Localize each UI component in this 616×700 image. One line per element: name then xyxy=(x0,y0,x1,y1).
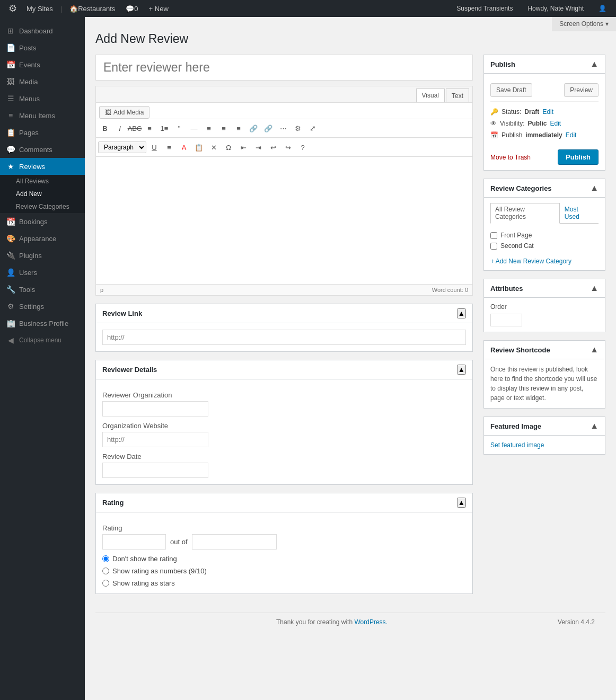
review-link-header[interactable]: Review Link ▲ xyxy=(96,304,472,323)
rating-option-stars[interactable]: Show rating as stars xyxy=(102,579,466,587)
rating-radio-stars[interactable] xyxy=(102,580,109,587)
post-title-input[interactable] xyxy=(95,55,473,81)
rating-toggle[interactable]: ▲ xyxy=(457,498,466,508)
submenu-review-categories[interactable]: Review Categories xyxy=(0,200,85,213)
review-shortcode-toggle[interactable]: ▲ xyxy=(590,345,599,355)
outdent-button[interactable]: ⇤ xyxy=(236,140,250,154)
justify-button[interactable]: ≡ xyxy=(162,140,176,154)
preview-button[interactable]: Preview xyxy=(564,83,599,97)
save-draft-button[interactable]: Save Draft xyxy=(490,83,532,97)
rating-option-dont-show[interactable]: Don't show the rating xyxy=(102,555,466,563)
date-input[interactable] xyxy=(102,463,208,478)
screen-options-button[interactable]: Screen Options ▾ xyxy=(552,17,616,31)
align-right-button[interactable]: ≡ xyxy=(232,121,245,135)
sidebar-item-pages[interactable]: 📋 Pages xyxy=(0,124,85,141)
sidebar-item-media[interactable]: 🖼 Media xyxy=(0,73,85,90)
visibility-edit-link[interactable]: Edit xyxy=(550,120,561,127)
submenu-add-new[interactable]: Add New xyxy=(0,188,85,200)
collapse-menu[interactable]: ◀ Collapse menu xyxy=(0,332,85,349)
website-input[interactable] xyxy=(102,432,208,447)
bold-button[interactable]: B xyxy=(98,121,112,135)
review-shortcode-header[interactable]: Review Shortcode ▲ xyxy=(484,341,605,359)
insert-more-button[interactable]: ⋯ xyxy=(276,121,290,135)
rating-radio-numbers[interactable] xyxy=(102,568,109,574)
clear-formatting-button[interactable]: ✕ xyxy=(207,140,221,154)
featured-image-toggle[interactable]: ▲ xyxy=(590,421,599,431)
featured-image-header[interactable]: Featured Image ▲ xyxy=(484,417,605,436)
toolbar-toggle-button[interactable]: ⚙ xyxy=(291,121,305,135)
review-link-toggle[interactable]: ▲ xyxy=(457,308,466,318)
sidebar-item-plugins[interactable]: 🔌 Plugins xyxy=(0,247,85,264)
rating-radio-dont-show[interactable] xyxy=(102,555,109,562)
rating-outof-input[interactable] xyxy=(192,534,277,550)
sidebar-item-bookings[interactable]: 📆 Bookings xyxy=(0,213,85,230)
sidebar-item-events[interactable]: 📅 Events xyxy=(0,56,85,73)
order-input[interactable]: 0 xyxy=(490,314,522,326)
attributes-header[interactable]: Attributes ▲ xyxy=(484,279,605,298)
tab-all-categories[interactable]: All Review Categories xyxy=(490,203,560,224)
rating-header[interactable]: Rating ▲ xyxy=(96,493,472,512)
text-color-button[interactable]: A xyxy=(177,140,191,154)
my-sites-menu[interactable]: My Sites xyxy=(22,0,57,17)
insert-link-button[interactable]: 🔗 xyxy=(247,121,260,135)
site-name-link[interactable]: 🏠 Restaurants xyxy=(65,0,119,17)
indent-button[interactable]: ⇥ xyxy=(251,140,265,154)
publish-button[interactable]: Publish xyxy=(558,149,599,165)
sidebar-item-users[interactable]: 👤 Users xyxy=(0,264,85,281)
rating-value-input[interactable] xyxy=(102,534,166,550)
add-new-category-link[interactable]: + Add New Review Category xyxy=(490,258,599,265)
move-to-trash-link[interactable]: Move to Trash xyxy=(490,154,531,161)
publish-header[interactable]: Publish ▲ xyxy=(484,55,605,74)
visual-tab[interactable]: Visual xyxy=(416,88,445,102)
suspend-transients-link[interactable]: Suspend Transients xyxy=(452,0,517,17)
wp-logo-icon[interactable]: ⚙ xyxy=(5,0,20,17)
category-checkbox-front-page[interactable] xyxy=(490,232,497,239)
ordered-list-button[interactable]: 1≡ xyxy=(157,121,171,135)
underline-button[interactable]: U xyxy=(147,140,161,154)
sidebar-item-comments[interactable]: 💬 Comments xyxy=(0,141,85,158)
sidebar-item-menus[interactable]: ☰ Menus xyxy=(0,90,85,107)
add-media-button[interactable]: 🖼 Add Media xyxy=(99,106,149,119)
review-link-input[interactable] xyxy=(102,330,466,345)
submenu-all-reviews[interactable]: All Reviews xyxy=(0,175,85,188)
align-center-button[interactable]: ≡ xyxy=(217,121,231,135)
redo-button[interactable]: ↪ xyxy=(281,140,295,154)
sidebar-item-posts[interactable]: 📄 Posts xyxy=(0,39,85,56)
publish-time-edit-link[interactable]: Edit xyxy=(566,131,577,139)
strikethrough-button[interactable]: ABC xyxy=(128,121,142,135)
status-edit-link[interactable]: Edit xyxy=(542,108,553,116)
new-content-menu[interactable]: + New xyxy=(145,0,173,17)
text-tab[interactable]: Text xyxy=(446,88,469,102)
org-input[interactable] xyxy=(102,401,208,417)
sidebar-item-appearance[interactable]: 🎨 Appearance xyxy=(0,230,85,247)
align-left-button[interactable]: ≡ xyxy=(202,121,216,135)
help-button[interactable]: ? xyxy=(296,140,310,154)
sidebar-item-reviews[interactable]: ★ Reviews xyxy=(0,158,85,175)
unordered-list-button[interactable]: ≡ xyxy=(143,121,156,135)
sidebar-item-menu-items[interactable]: ≡ Menu Items xyxy=(0,107,85,124)
sidebar-item-business-profile[interactable]: 🏢 Business Profile xyxy=(0,315,85,332)
publish-toggle[interactable]: ▲ xyxy=(590,59,599,69)
tab-most-used[interactable]: Most Used xyxy=(560,203,599,223)
attributes-toggle[interactable]: ▲ xyxy=(590,283,599,293)
sidebar-item-dashboard[interactable]: ⊞ Dashboard xyxy=(0,22,85,39)
special-char-button[interactable]: Ω xyxy=(222,140,235,154)
reviewer-details-header[interactable]: Reviewer Details ▲ xyxy=(96,360,472,379)
reviewer-details-toggle[interactable]: ▲ xyxy=(457,365,466,375)
rating-option-numbers[interactable]: Show rating as numbers (9/10) xyxy=(102,567,466,575)
set-featured-image-link[interactable]: Set featured image xyxy=(490,441,544,449)
paste-text-button[interactable]: 📋 xyxy=(192,140,206,154)
fullscreen-button[interactable]: ⤢ xyxy=(306,121,320,135)
editor-content[interactable] xyxy=(96,157,472,284)
remove-link-button[interactable]: 🔗 xyxy=(261,121,275,135)
italic-button[interactable]: I xyxy=(113,121,127,135)
review-categories-header[interactable]: Review Categories ▲ xyxy=(484,179,605,198)
comments-link[interactable]: 💬 0 xyxy=(121,0,142,17)
howdy-menu[interactable]: Howdy, Nate Wright xyxy=(523,0,588,17)
wordpress-link[interactable]: WordPress. xyxy=(354,618,387,626)
blockquote-button[interactable]: " xyxy=(172,121,186,135)
sidebar-item-settings[interactable]: ⚙ Settings xyxy=(0,298,85,315)
format-select[interactable]: Paragraph xyxy=(98,141,146,153)
horizontal-rule-button[interactable]: — xyxy=(187,121,201,135)
category-checkbox-second-cat[interactable] xyxy=(490,243,497,250)
